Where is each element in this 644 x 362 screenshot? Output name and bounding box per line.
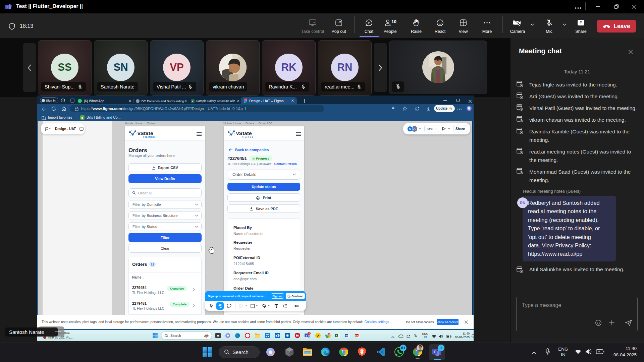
svg-text:vState: vState bbox=[236, 130, 252, 136]
svg-text:T: T bbox=[6, 5, 8, 9]
svg-text:FILINGS: FILINGS bbox=[143, 136, 155, 138]
svg-text:PDF: PDF bbox=[355, 335, 359, 337]
svg-text:B: B bbox=[81, 116, 83, 119]
svg-text:vState: vState bbox=[138, 130, 153, 136]
svg-text:10: 10 bbox=[391, 19, 396, 24]
svg-text:X: X bbox=[336, 334, 337, 337]
svg-text:X: X bbox=[192, 100, 194, 103]
svg-text:W: W bbox=[345, 334, 348, 337]
svg-text:T: T bbox=[306, 334, 307, 337]
svg-text:FILINGS: FILINGS bbox=[242, 136, 254, 138]
svg-text:T: T bbox=[434, 350, 436, 354]
